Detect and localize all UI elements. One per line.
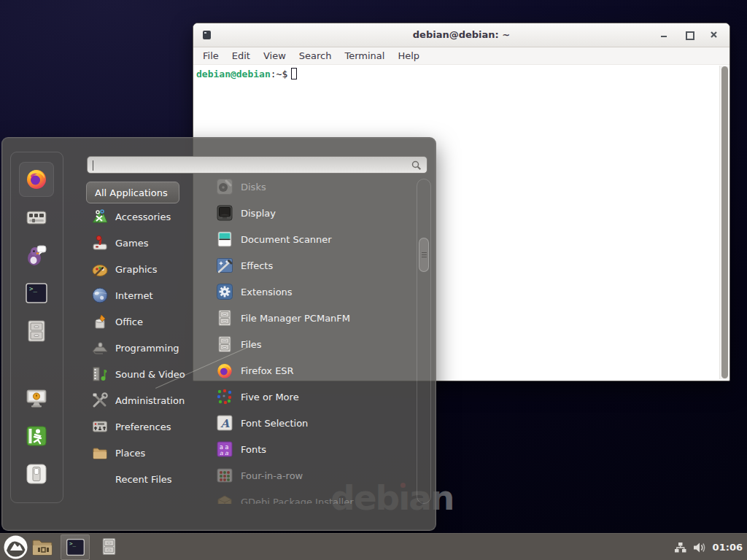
volume-icon[interactable] [693, 542, 706, 553]
extensions-icon [216, 283, 233, 300]
favorite-pidgin[interactable] [25, 244, 48, 267]
search-icon [411, 160, 422, 171]
file-cabinet-icon [100, 537, 118, 556]
search-caret [93, 160, 93, 171]
network-icon[interactable] [674, 542, 686, 553]
taskbar: >_ [0, 533, 747, 560]
category-administration[interactable]: Administration [91, 392, 201, 409]
firefox-icon [216, 362, 233, 379]
favorite-firefox[interactable] [25, 167, 48, 190]
category-office[interactable]: Office [91, 313, 201, 330]
recent-files-spacer [91, 470, 109, 488]
category-programming[interactable]: Programming [91, 339, 201, 357]
office-icon [91, 313, 109, 330]
file-cabinet-icon [216, 335, 233, 353]
menu-view[interactable]: View [257, 50, 293, 61]
app-five-or-more[interactable]: Five or More [205, 388, 415, 405]
favorite-system-tweaks[interactable] [25, 206, 48, 229]
app-four-in-a-row[interactable]: Four-in-a-row [205, 467, 415, 484]
taskbar-terminal-task[interactable]: >_ [61, 534, 90, 560]
category-preferences[interactable]: Preferences [91, 418, 201, 435]
app-list-scrollbar[interactable] [417, 179, 431, 504]
search-box[interactable] [87, 156, 427, 174]
fonts-icon: a a a a [216, 440, 233, 458]
pcmanfm-folder-icon [31, 537, 53, 557]
games-icon [91, 234, 109, 252]
taskbar-files-task[interactable] [100, 537, 118, 557]
app-fonts[interactable]: a a a a Fonts [205, 440, 415, 458]
minimize-button[interactable] [660, 31, 668, 39]
svg-text:a a: a a [220, 450, 228, 456]
taskbar-pcmanfm-launcher[interactable] [31, 537, 53, 557]
font-selection-icon: A [216, 414, 233, 432]
menu-search[interactable]: Search [293, 50, 338, 61]
terminal-scrollbar[interactable] [719, 66, 729, 379]
category-games[interactable]: Games [91, 234, 201, 252]
terminal-window-title: debian@debian: ~ [193, 29, 729, 40]
menu-terminal[interactable]: Terminal [338, 50, 391, 61]
svg-text:>_: >_ [69, 540, 77, 547]
category-accessories[interactable]: Accessories [91, 208, 201, 225]
svg-text:A: A [220, 417, 231, 430]
category-places[interactable]: Places [91, 444, 201, 462]
shut-down-icon [25, 462, 48, 486]
five-or-more-icon [216, 388, 233, 405]
taskbar-clock[interactable]: 01:06 [713, 542, 743, 553]
pidgin-icon [25, 244, 48, 267]
app-document-scanner[interactable]: Document Scanner [205, 230, 415, 248]
screen-lock-icon [25, 386, 48, 410]
category-all-applications[interactable]: All Applications [86, 182, 179, 203]
file-cabinet-icon [25, 319, 48, 343]
system-tray: 01:06 [674, 534, 743, 560]
menu-help[interactable]: Help [391, 50, 426, 61]
accessories-icon [91, 208, 109, 225]
desktop: debıan debian@debian: ~ File Edit View S… [0, 0, 747, 560]
log-out-icon [25, 424, 48, 448]
favorite-log-out[interactable] [25, 424, 48, 448]
sound-video-icon [91, 365, 109, 383]
taskbar-menu-button[interactable] [4, 535, 28, 559]
terminal-titlebar[interactable]: debian@debian: ~ [193, 23, 729, 47]
gdebi-icon [216, 493, 233, 504]
favorite-screen-lock[interactable] [25, 386, 48, 410]
close-button[interactable] [710, 31, 718, 39]
graphics-icon [91, 260, 109, 278]
four-in-a-row-icon [216, 467, 233, 484]
display-icon [216, 204, 233, 222]
search-input[interactable] [93, 158, 407, 171]
category-internet[interactable]: Internet [91, 287, 201, 304]
internet-globe-icon [91, 287, 109, 304]
favorite-file-manager[interactable] [25, 319, 48, 343]
category-graphics[interactable]: Graphics [91, 260, 201, 278]
category-recent-files[interactable]: Recent Files [91, 470, 201, 488]
app-display[interactable]: Display [205, 204, 415, 222]
app-effects[interactable]: Effects [205, 257, 415, 274]
app-font-selection[interactable]: A Font Selection [205, 414, 415, 432]
app-file-manager-pcmanfm[interactable]: File Manager PCManFM [205, 309, 415, 327]
programming-icon [91, 339, 109, 357]
file-cabinet-icon [216, 309, 233, 327]
app-menu-logo-icon [4, 535, 28, 559]
app-firefox-esr[interactable]: Firefox ESR [205, 362, 415, 379]
prompt-suffix: :~$ [271, 69, 287, 79]
application-menu: >_ [1, 137, 436, 531]
terminal-icon: >_ [66, 537, 85, 557]
app-list-scrollbar-thumb[interactable] [419, 238, 429, 272]
places-folder-icon [91, 444, 109, 462]
firefox-icon [25, 167, 48, 190]
menu-file[interactable]: File [196, 50, 225, 61]
app-extensions[interactable]: Extensions [205, 283, 415, 300]
maximize-button[interactable] [685, 31, 693, 39]
terminal-cursor [291, 68, 297, 79]
menu-edit[interactable]: Edit [225, 50, 257, 61]
app-disks[interactable]: Disks [205, 178, 415, 195]
terminal-menubar: File Edit View Search Terminal Help [193, 47, 729, 65]
document-scanner-icon [216, 230, 233, 248]
terminal-scrollbar-thumb[interactable] [721, 66, 728, 378]
app-gdebi-package-installer[interactable]: GDebi Package Installer [205, 493, 415, 504]
favorite-shut-down[interactable] [25, 462, 48, 486]
administration-icon [91, 392, 109, 409]
system-tweaks-icon [25, 206, 48, 229]
favorite-terminal[interactable]: >_ [25, 281, 48, 305]
app-files[interactable]: Files [205, 335, 415, 353]
